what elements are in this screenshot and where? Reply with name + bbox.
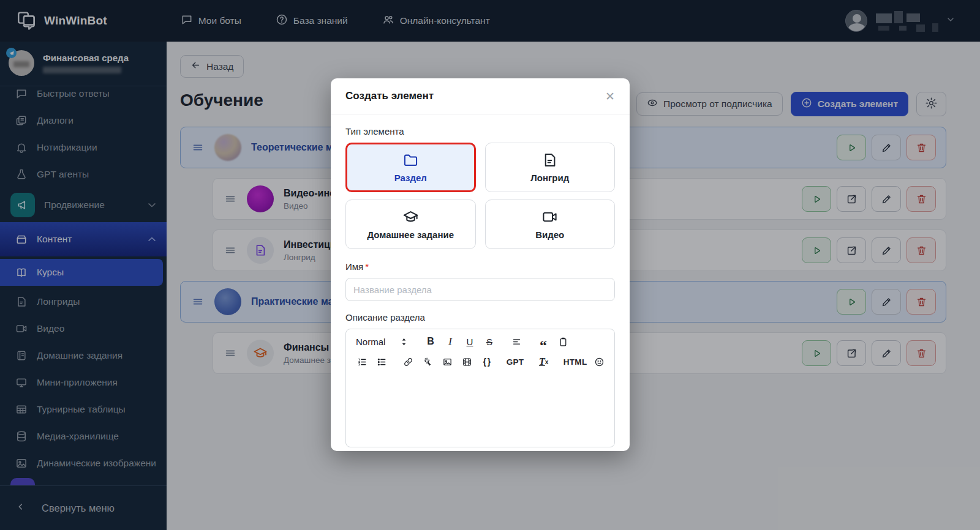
- description-editor: NormalBIUS“ { }GPTTxHTML: [345, 329, 615, 447]
- modal-title: Создать элемент: [345, 90, 434, 102]
- create-element-modal: Создать элемент ✕ Тип элемента Раздел Ло…: [331, 78, 630, 451]
- align-button[interactable]: [508, 334, 525, 349]
- type-card-label: Домашнее задание: [367, 230, 454, 240]
- link-button[interactable]: [399, 354, 417, 370]
- size-toggle[interactable]: [395, 334, 412, 349]
- type-card-1[interactable]: Лонгрид: [485, 143, 616, 192]
- clear-format-button[interactable]: Tx: [535, 354, 552, 370]
- link-icon: [403, 357, 413, 367]
- emoji-button[interactable]: [591, 354, 608, 370]
- updown-icon: [399, 337, 409, 347]
- section-name-input[interactable]: [345, 278, 615, 301]
- type-card-3[interactable]: Видео: [485, 200, 616, 249]
- video-icon: [541, 209, 558, 225]
- description-label: Описание раздела: [345, 312, 615, 323]
- align-icon: [511, 337, 522, 347]
- gpt-button[interactable]: GPT: [505, 354, 526, 370]
- strike-button[interactable]: S: [481, 334, 498, 349]
- gradcap-icon: [402, 209, 419, 225]
- imagepic-icon: [442, 357, 453, 367]
- type-card-label: Раздел: [394, 173, 427, 183]
- ordered-list-button[interactable]: [353, 354, 371, 370]
- required-asterisk: *: [365, 261, 369, 272]
- film-icon: [462, 357, 472, 367]
- type-card-0[interactable]: Раздел: [345, 143, 476, 192]
- bullet-list-button[interactable]: [373, 354, 390, 370]
- blockquote-button[interactable]: “: [535, 334, 552, 349]
- html-button[interactable]: HTML: [562, 354, 589, 370]
- type-card-2[interactable]: Домашнее задание: [345, 200, 476, 249]
- doc-icon: [541, 152, 558, 168]
- video-button[interactable]: [458, 354, 475, 370]
- bold-button[interactable]: B: [422, 334, 439, 349]
- ul-icon: [377, 357, 387, 367]
- close-icon[interactable]: ✕: [605, 91, 615, 102]
- clipboard-icon: [558, 337, 568, 347]
- name-label: Имя*: [345, 261, 615, 272]
- image-button[interactable]: [439, 354, 456, 370]
- paste-button[interactable]: [554, 334, 571, 349]
- underline-button[interactable]: U: [461, 334, 478, 349]
- folder-icon: [402, 152, 419, 168]
- italic-button[interactable]: I: [442, 334, 459, 349]
- code-button[interactable]: { }: [478, 354, 495, 370]
- ol-icon: [357, 357, 368, 367]
- clean-button[interactable]: [419, 354, 436, 370]
- magic-icon: [423, 357, 433, 367]
- smile-icon: [594, 357, 605, 367]
- type-card-label: Видео: [535, 230, 564, 240]
- type-card-label: Лонгрид: [530, 173, 569, 183]
- format-select[interactable]: Normal: [353, 334, 393, 349]
- type-label: Тип элемента: [345, 126, 615, 136]
- description-editor-area[interactable]: [346, 370, 614, 443]
